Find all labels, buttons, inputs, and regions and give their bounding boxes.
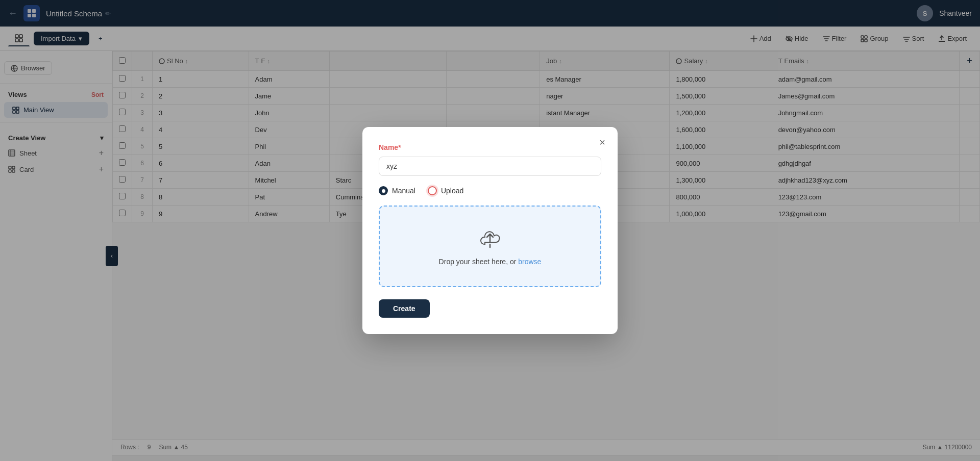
create-button[interactable]: Create (379, 299, 430, 318)
create-view-modal: × Name* Manual Upload Drop your sheet he… (362, 127, 618, 334)
modal-overlay: × Name* Manual Upload Drop your sheet he… (0, 0, 980, 461)
upload-radio-option[interactable]: Upload (428, 186, 463, 195)
drop-zone-text: Drop your sheet here, or browse (439, 258, 542, 266)
name-input[interactable] (379, 157, 601, 176)
manual-radio-option[interactable]: Manual (379, 186, 415, 195)
name-field-label: Name* (379, 143, 601, 151)
modal-close-button[interactable]: × (595, 135, 609, 149)
drop-text-label: Drop your sheet here, or (439, 258, 517, 266)
name-label-text: Name (379, 143, 398, 151)
file-drop-zone[interactable]: Drop your sheet here, or browse (379, 206, 601, 287)
browse-link[interactable]: browse (518, 258, 541, 266)
data-source-radio-group: Manual Upload (379, 186, 601, 195)
upload-cloud-icon (478, 227, 502, 251)
upload-radio-circle[interactable] (428, 186, 437, 195)
manual-label: Manual (392, 187, 415, 195)
required-marker: * (398, 143, 401, 151)
manual-radio-circle[interactable] (379, 186, 388, 195)
upload-label: Upload (441, 187, 463, 195)
